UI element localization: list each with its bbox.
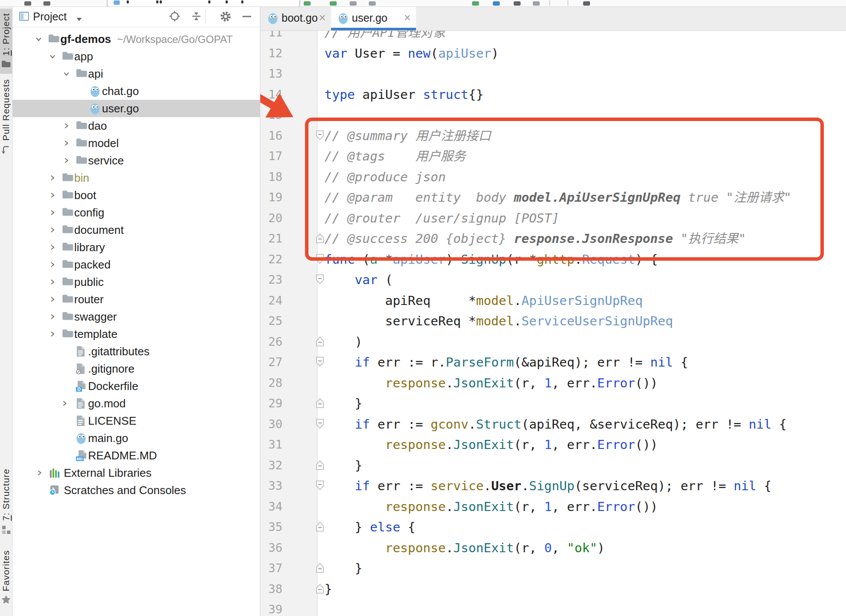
- line-number[interactable]: 25: [260, 311, 282, 331]
- tree-item[interactable]: library: [13, 239, 260, 256]
- code-line[interactable]: }: [325, 579, 332, 600]
- line-number[interactable]: 27: [260, 352, 282, 373]
- chevron-closed-icon[interactable]: [63, 122, 70, 131]
- toolbar-icon[interactable]: [330, 1, 337, 6]
- line-number[interactable]: 12: [260, 43, 282, 64]
- toolbar-icon[interactable]: [43, 1, 50, 6]
- toolbar-icon[interactable]: [350, 1, 357, 6]
- line-number[interactable]: 28: [260, 373, 282, 393]
- chevron-closed-icon[interactable]: [49, 261, 56, 270]
- chevron-closed-icon[interactable]: [36, 469, 43, 478]
- toolbar-icon[interactable]: [24, 1, 31, 6]
- tree-item[interactable]: Scratches and Consoles: [13, 482, 260, 499]
- chevron-closed-icon[interactable]: [49, 244, 56, 252]
- toolbar-icon[interactable]: [369, 1, 376, 6]
- line-number[interactable]: 16: [260, 125, 282, 146]
- tree-item[interactable]: model: [13, 134, 260, 152]
- tree-item[interactable]: swagger: [13, 308, 260, 325]
- chevron-closed-icon[interactable]: [63, 157, 70, 166]
- tree-item[interactable]: main.go: [13, 429, 260, 447]
- chevron-open-icon[interactable]: [49, 53, 56, 62]
- tree-item[interactable]: boot: [13, 187, 260, 204]
- tree-item[interactable]: gf-demos~/Workspace/Go/GOPAT: [13, 30, 260, 48]
- fold-marker-open-icon[interactable]: [315, 480, 325, 491]
- tree-item[interactable]: dao: [13, 117, 260, 134]
- line-number[interactable]: 29: [260, 393, 282, 414]
- tree-item[interactable]: LICENSE: [13, 412, 260, 429]
- line-number[interactable]: 39: [260, 599, 282, 616]
- fold-marker-open-icon[interactable]: [315, 419, 325, 429]
- panel-splitter[interactable]: [260, 7, 260, 616]
- line-number[interactable]: 20: [260, 208, 282, 229]
- line-number[interactable]: 32: [260, 455, 282, 476]
- code-line[interactable]: response.JsonExit(r, 1, err.Error()): [325, 496, 658, 517]
- fold-marker-close-icon[interactable]: [315, 563, 325, 573]
- chevron-closed-icon[interactable]: [49, 226, 56, 235]
- close-icon[interactable]: ×: [319, 11, 326, 24]
- tree-item[interactable]: .gitignore: [13, 360, 260, 377]
- hide-icon[interactable]: [242, 10, 252, 24]
- line-number[interactable]: 23: [260, 269, 282, 290]
- tree-item[interactable]: api: [13, 65, 260, 82]
- toolbar-icon[interactable]: [583, 1, 590, 6]
- tree-item[interactable]: MDREADME.MD: [13, 447, 260, 464]
- code-line[interactable]: response.JsonExit(r, 1, err.Error()): [325, 373, 658, 393]
- run-config-combo[interactable]: [107, 0, 300, 7]
- locate-icon[interactable]: [169, 10, 180, 24]
- code-line[interactable]: serviceReq *model.ServiceUserSignUpReq: [325, 311, 673, 331]
- tree-item[interactable]: config: [13, 204, 260, 221]
- tree-item[interactable]: .gitattributes: [13, 343, 260, 360]
- tree-item[interactable]: template: [13, 325, 260, 343]
- line-number[interactable]: 33: [260, 475, 282, 496]
- tree-item[interactable]: router: [13, 291, 260, 308]
- chevron-closed-icon[interactable]: [63, 140, 70, 148]
- fold-marker-close-icon[interactable]: [315, 336, 325, 347]
- line-number[interactable]: 34: [260, 496, 282, 517]
- line-number[interactable]: 37: [260, 558, 282, 579]
- line-number[interactable]: 15: [260, 105, 282, 125]
- code-line[interactable]: response.JsonExit(r, 0, "ok"): [325, 537, 605, 558]
- chevron-closed-icon[interactable]: [49, 331, 56, 339]
- code-line[interactable]: } else {: [325, 517, 416, 537]
- chevron-closed-icon[interactable]: [61, 400, 68, 409]
- line-number[interactable]: 24: [260, 290, 282, 311]
- toolbar-icon[interactable]: [304, 1, 311, 6]
- fold-marker-close-icon[interactable]: [315, 521, 325, 532]
- toolbar-icon[interactable]: [493, 1, 500, 6]
- line-number[interactable]: 17: [260, 146, 282, 167]
- tree-item[interactable]: packed: [13, 256, 260, 273]
- chevron-closed-icon[interactable]: [49, 296, 56, 305]
- code-line[interactable]: apiReq *model.ApiUserSignUpReq: [325, 290, 643, 311]
- line-number[interactable]: 31: [260, 434, 282, 455]
- tree-item[interactable]: public: [13, 273, 260, 291]
- line-number[interactable]: 21: [260, 228, 282, 249]
- code-line[interactable]: response.JsonExit(r, 1, err.Error()): [325, 434, 658, 455]
- code-line[interactable]: type apiUser struct{}: [325, 84, 484, 105]
- line-number[interactable]: 30: [260, 414, 282, 435]
- line-number[interactable]: 36: [260, 537, 282, 558]
- code-line[interactable]: ): [325, 331, 362, 352]
- toolbar-icon[interactable]: [533, 1, 540, 6]
- line-number[interactable]: 26: [260, 331, 282, 352]
- code-line[interactable]: if err := service.User.SignUp(serviceReq…: [325, 475, 771, 496]
- tree-item[interactable]: External Libraries: [13, 464, 260, 482]
- line-number[interactable]: 13: [260, 63, 282, 84]
- tree-item[interactable]: DDockerfile: [13, 377, 260, 395]
- chevron-open-icon[interactable]: [63, 70, 70, 79]
- project-view-selector[interactable]: Project: [33, 10, 67, 23]
- line-number[interactable]: 19: [260, 187, 282, 208]
- code-line[interactable]: }: [325, 393, 362, 414]
- toolbar-icon[interactable]: [472, 1, 479, 6]
- chevron-closed-icon[interactable]: [49, 174, 56, 183]
- tab-user-go[interactable]: user.go×: [331, 7, 416, 30]
- stripe-button-project[interactable]: 1: Project: [0, 9, 12, 74]
- fold-marker-close-icon[interactable]: [315, 583, 325, 594]
- fold-marker-close-icon[interactable]: [315, 460, 325, 470]
- tree-item[interactable]: chat.go: [13, 82, 260, 100]
- code-line[interactable]: if err := gconv.Struct(apiReq, &serviceR…: [325, 414, 787, 435]
- settings-icon[interactable]: [220, 10, 232, 24]
- fold-marker-close-icon[interactable]: [315, 398, 325, 408]
- tree-item[interactable]: document: [13, 221, 260, 239]
- chevron-closed-icon[interactable]: [49, 192, 56, 200]
- chevron-closed-icon[interactable]: [49, 209, 56, 218]
